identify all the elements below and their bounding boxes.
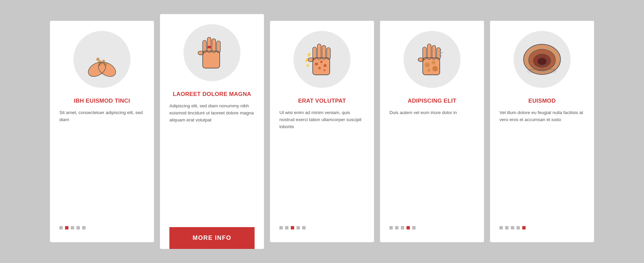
card-3: ⚡ ⚡ ⚡ ERAT VOLUTPAT Ut wisi enim ad mini… xyxy=(270,21,374,242)
card-4: ADIPISCING ELIT Duis autem vel eum iriur… xyxy=(380,21,484,242)
card-2-body: Adipiscing elit, sed diam nonummy nibh e… xyxy=(169,103,255,220)
svg-text:⚡: ⚡ xyxy=(304,58,310,63)
svg-point-64 xyxy=(537,58,547,65)
dot xyxy=(291,226,294,229)
svg-point-4 xyxy=(102,60,105,62)
svg-point-31 xyxy=(318,67,321,69)
card-1: IBH EUISMOD TINCI Sit amet, consectetuer… xyxy=(50,21,154,242)
svg-point-50 xyxy=(432,66,438,71)
more-info-button[interactable]: MORE INFO xyxy=(169,227,255,249)
icon-circle-3: ⚡ ⚡ ⚡ xyxy=(293,31,351,88)
hand-spots-icon xyxy=(414,39,450,80)
dot xyxy=(401,226,404,229)
card-4-dots xyxy=(389,226,475,229)
dot xyxy=(412,226,416,229)
card-1-body: Sit amet, consectetuer adipiscing elit, … xyxy=(59,109,145,218)
card-1-title: IBH EUISMOD TINCI xyxy=(74,97,130,105)
dot xyxy=(389,226,393,229)
dot xyxy=(517,226,520,229)
dot xyxy=(522,226,526,229)
svg-point-28 xyxy=(315,62,318,65)
svg-point-29 xyxy=(320,61,322,63)
dot xyxy=(499,226,503,229)
card-3-body: Ut wisi enim ad minim veniam, quis nostr… xyxy=(279,109,365,218)
svg-text:⚡: ⚡ xyxy=(305,63,310,68)
svg-rect-44 xyxy=(427,44,431,59)
dot xyxy=(395,226,398,229)
card-3-dots xyxy=(279,226,365,229)
card-2-title: LAOREET DOLORE MAGNA xyxy=(173,91,251,98)
svg-rect-10 xyxy=(203,40,206,53)
dot xyxy=(59,226,63,229)
card-2: LAOREET DOLORE MAGNA Adipiscing elit, se… xyxy=(160,14,264,249)
card-5-title: EUISMOD xyxy=(528,97,555,105)
cards-container: IBH EUISMOD TINCI Sit amet, consectetuer… xyxy=(30,1,614,262)
icon-circle-1 xyxy=(73,31,130,88)
dot xyxy=(511,226,514,229)
hand-bandage-icon xyxy=(194,33,230,73)
hand-rash-icon: ⚡ ⚡ ⚡ xyxy=(304,39,340,80)
svg-point-51 xyxy=(427,69,430,72)
skin-lesion-icon xyxy=(82,41,122,78)
dot xyxy=(71,226,74,229)
svg-rect-12 xyxy=(212,39,216,53)
card-4-title: ADIPISCING ELIT xyxy=(408,97,456,105)
svg-rect-43 xyxy=(423,47,426,59)
svg-rect-45 xyxy=(432,45,436,59)
svg-point-30 xyxy=(324,64,327,67)
svg-point-3 xyxy=(96,58,100,61)
dot xyxy=(279,226,283,229)
svg-rect-23 xyxy=(313,47,316,59)
card-1-dots xyxy=(59,226,145,229)
svg-text:⚡: ⚡ xyxy=(306,52,312,58)
dot xyxy=(302,226,306,229)
card-4-body: Duis autem vel eum iriure dolor in xyxy=(389,109,475,218)
svg-point-49 xyxy=(432,61,435,64)
svg-rect-11 xyxy=(207,37,211,53)
icon-circle-2 xyxy=(183,24,240,81)
card-5-body: Vel illum dolore eu feugiat nulla facili… xyxy=(499,109,585,218)
svg-point-32 xyxy=(324,69,326,71)
svg-rect-25 xyxy=(322,45,326,59)
petri-dish-icon xyxy=(520,38,564,81)
dot xyxy=(76,226,80,229)
svg-rect-9 xyxy=(203,51,220,68)
svg-rect-15 xyxy=(207,46,211,48)
svg-point-48 xyxy=(425,62,430,67)
svg-rect-42 xyxy=(423,58,440,75)
dot xyxy=(297,226,300,229)
dot xyxy=(65,226,68,229)
dot xyxy=(285,226,288,229)
icon-circle-5 xyxy=(514,31,571,88)
dot xyxy=(82,226,86,229)
card-3-title: ERAT VOLUTPAT xyxy=(298,97,346,105)
svg-rect-22 xyxy=(313,58,330,75)
svg-rect-24 xyxy=(317,44,321,59)
dot xyxy=(407,226,410,229)
card-5-dots xyxy=(499,226,585,229)
dot xyxy=(505,226,508,229)
card-5: EUISMOD Vel illum dolore eu feugiat null… xyxy=(490,21,594,242)
icon-circle-4 xyxy=(404,31,461,88)
